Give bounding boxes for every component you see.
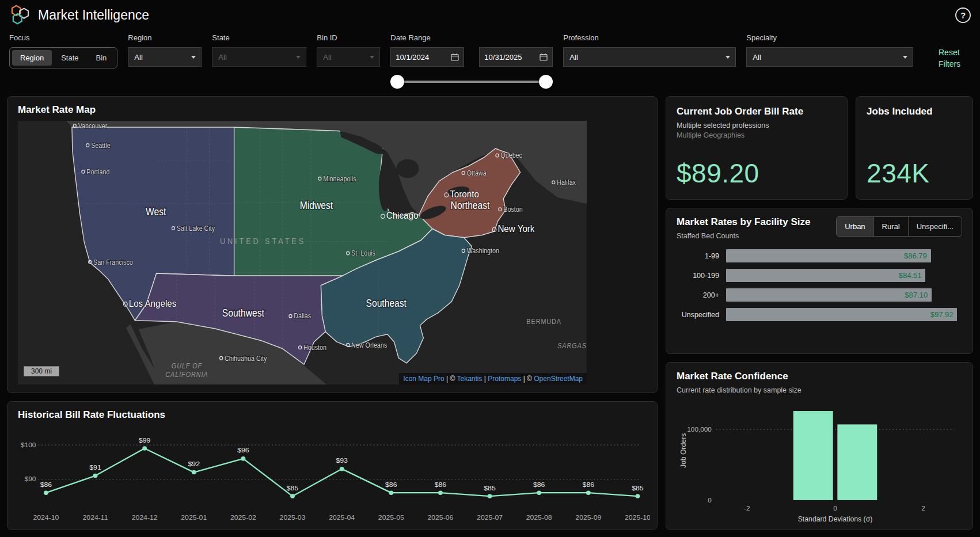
data-point[interactable] [340,467,344,471]
bermuda-label: BERMUDA [526,318,561,326]
slider-handle-end[interactable] [539,75,553,89]
historical-bill-rate-panel: Historical Bill Rate Fluctuations $90$10… [7,401,658,530]
attribution-link[interactable]: OpenStreetMap [534,375,583,383]
bin-id-dropdown[interactable]: All [317,47,380,67]
confidence-histogram: 0100,000-202Standard Deviations (σ)Job O… [677,397,962,525]
city-label: New Orleans [351,341,387,349]
facility-row: Unspecified$97.92 [677,308,962,321]
region-dropdown-value: All [128,53,186,62]
confidence-bar[interactable] [837,424,877,500]
city-label: Halifax [557,179,576,186]
bill-rate-line [46,448,638,496]
chevron-down-icon [720,48,735,66]
data-point[interactable] [241,456,245,461]
slider-track[interactable] [396,81,547,83]
market-rate-map-panel: Market Rate Map [7,96,658,393]
map-attribution: Icon Map Pro | © Tekantis | Protomaps | … [399,373,587,384]
facility-tab-urban[interactable]: Urban [837,217,873,236]
reset-filters-button[interactable]: Reset Filters [939,47,971,70]
facility-panel-subtitle: Staffed Bed Counts [677,232,810,240]
city-label: Salt Lake City [177,224,215,232]
help-icon[interactable]: ? [955,7,971,23]
city-label: Chicago [386,210,419,220]
data-point[interactable] [438,490,443,495]
profession-dropdown-value: All [564,53,720,62]
focus-option-region[interactable]: Region [12,50,52,66]
facility-tab-rural[interactable]: Rural [873,217,908,236]
data-point[interactable] [636,494,640,498]
date-start-value: 10/1/2024 [396,53,429,62]
x-tick-label: 2024-10 [33,513,59,521]
attribution-separator: | © [445,375,457,383]
y-tick-label: 0 [708,496,712,504]
region-dropdown[interactable]: All [128,47,202,67]
map-panel-title: Market Rate Map [7,97,657,121]
profession-dropdown[interactable]: All [563,47,736,67]
attribution-link[interactable]: Icon Map Pro [403,375,444,383]
bin-id-dropdown-value: All [317,53,364,62]
data-point[interactable] [537,490,541,495]
confidence-panel-subtitle: Current rate distribution by sample size [677,386,962,394]
y-tick-label: 100,000 [687,425,712,433]
state-dropdown[interactable]: All [212,47,306,67]
facility-bar-value: $87.10 [905,291,932,299]
page-title: Market Intelligence [38,7,149,23]
city-label: Vancouver [78,123,108,130]
map-scale-bar: 300 mi [24,366,59,376]
bill-rate-card-geography: Multiple Geographies [677,131,837,139]
data-point[interactable] [44,490,48,495]
calendar-icon [451,53,459,61]
confidence-panel-title: Market Rate Confidence [677,371,962,382]
x-tick-label: 0 [833,504,837,512]
x-tick-label: 2025-01 [181,513,207,521]
facility-row: 1-99$86.79 [677,249,962,262]
data-point[interactable] [389,490,393,495]
confidence-bar[interactable] [793,411,833,500]
data-point[interactable] [586,490,591,495]
date-range-slider[interactable] [390,74,553,89]
date-start-input[interactable]: 10/1/2024 [390,47,464,67]
attribution-link[interactable]: Protomaps [488,375,521,383]
slider-handle-start[interactable] [390,75,404,89]
facility-bar[interactable]: $87.10 [726,288,932,302]
facility-category-label: Unspecified [677,311,726,319]
data-point[interactable] [142,446,147,451]
date-end-input[interactable]: 10/31/2025 [479,47,553,67]
bin-id-filter-group: Bin ID All [317,33,380,67]
specialty-dropdown-value: All [747,53,898,62]
historical-panel-title: Historical Bill Rate Fluctuations [7,402,657,426]
profession-filter-group: Profession All [563,33,736,67]
data-point-label: $86 [385,481,397,489]
us-market-rate-map[interactable]: VancouverSeattlePortlandSalt Lake CitySa… [18,121,587,384]
focus-option-state[interactable]: State [53,50,86,66]
data-point[interactable] [488,494,492,498]
x-tick-label: 2025-10 [625,513,650,521]
specialty-label: Specialty [746,33,913,42]
facility-bar-value: $97.92 [930,310,958,319]
data-point[interactable] [192,470,196,475]
facility-bar[interactable]: $84.51 [726,269,925,282]
focus-option-bin[interactable]: Bin [88,50,115,66]
facility-bar[interactable]: $97.92 [726,308,957,321]
chevron-down-icon [898,48,913,66]
specialty-dropdown[interactable]: All [746,47,913,67]
facility-bar[interactable]: $86.79 [726,249,931,262]
calendar-icon [540,53,548,61]
x-tick-label: 2025-04 [329,513,355,521]
state-filter-group: State All [212,33,306,67]
facility-bar-chart: 1-99$86.79100-199$84.51200+$87.10Unspeci… [677,249,962,321]
data-point-label: $92 [188,460,200,468]
x-tick-label: 2025-05 [378,513,404,521]
data-point-label: $85 [632,484,644,492]
rate-confidence-panel: Market Rate Confidence Current rate dist… [666,362,973,530]
app-header: Market Intelligence ? [0,0,980,28]
region-label-midwest: Midwest [300,200,333,211]
city-label: Toronto [450,188,479,199]
data-point[interactable] [290,494,295,498]
attribution-link[interactable]: Tekantis [457,375,482,383]
bill-rate-value: $89.20 [677,158,837,190]
data-point[interactable] [93,474,98,478]
facility-tab-unspecifi[interactable]: Unspecifi... [908,217,962,236]
city-label: Chihuahua City [225,355,267,362]
facility-category-label: 100-199 [677,272,726,280]
